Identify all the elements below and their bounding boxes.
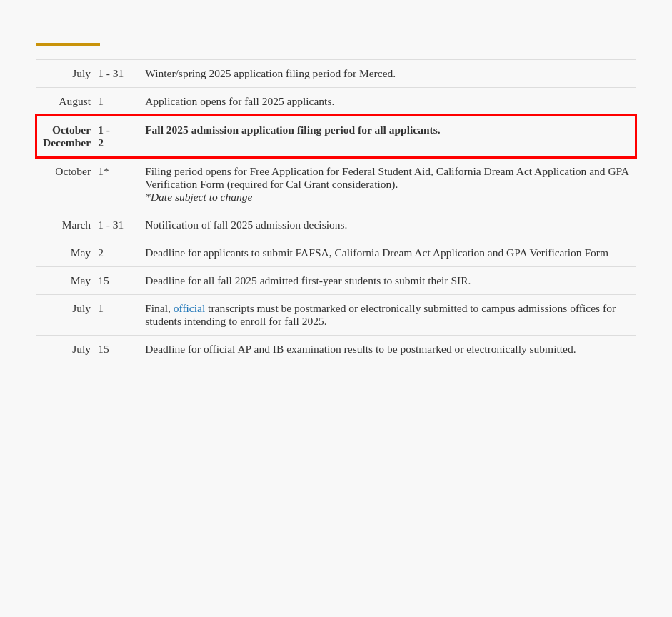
table-row-row-august-1: August1Application opens for fall 2025 a… <box>36 88 636 116</box>
month-cell: May <box>36 267 95 295</box>
month-label: March <box>62 219 91 231</box>
table-row-row-may-15: May15Deadline for all fall 2025 admitted… <box>36 267 636 295</box>
desc-cell: Application opens for fall 2025 applican… <box>131 88 636 116</box>
month-cell: August <box>36 88 95 116</box>
date-cell: 1* <box>95 157 131 211</box>
date-value: 1 <box>98 302 104 314</box>
gold-bar-divider <box>36 43 100 46</box>
month-label: July <box>72 302 91 314</box>
date-cell: 1 - 31 <box>95 211 131 239</box>
month-label: May <box>71 274 91 286</box>
dates-table-wrapper: July1 - 31Winter/spring 2025 application… <box>36 59 636 363</box>
month-cell: October <box>36 157 95 211</box>
date-value-1: 1 - <box>98 124 110 136</box>
table-row-row-march-1-31: March1 - 31Notification of fall 2025 adm… <box>36 211 636 239</box>
table-row-row-july-15: July15Deadline for official AP and IB ex… <box>36 336 636 363</box>
month-cell: July <box>36 336 95 363</box>
desc-cell-oct-dec: Fall 2025 admission application filing p… <box>131 116 636 157</box>
date-cell: 1 <box>95 88 131 116</box>
desc-text: Deadline for all fall 2025 admitted firs… <box>145 274 471 286</box>
month-label: July <box>72 343 91 355</box>
month-cell: July <box>36 60 95 88</box>
date-cell: 1 - 31 <box>95 60 131 88</box>
date-cell: 1 <box>95 295 131 336</box>
date-value-2: 2 <box>98 136 104 149</box>
month-label: May <box>71 246 91 259</box>
month-label: October <box>52 124 91 136</box>
date-value: 1 - 31 <box>98 219 124 231</box>
desc-cell: Final, official transcripts must be post… <box>131 295 636 336</box>
desc-text: Deadline for official AP and IB examinat… <box>145 343 576 355</box>
date-cell-oct-dec: 1 -2 <box>95 116 131 157</box>
italic-note: *Date subject to change <box>145 191 252 203</box>
month-label-2: December <box>43 136 91 149</box>
desc-cell: Filing period opens for Free Application… <box>131 157 636 211</box>
desc-text: Application opens for fall 2025 applican… <box>145 95 334 107</box>
desc-cell: Deadline for official AP and IB examinat… <box>131 336 636 363</box>
desc-text: Notification of fall 2025 admission deci… <box>145 219 347 231</box>
month-label: August <box>59 95 91 107</box>
date-cell: 2 <box>95 239 131 267</box>
desc-text: Final, official transcripts must be post… <box>145 302 616 327</box>
table-row-row-october-1star: October1*Filing period opens for Free Ap… <box>36 157 636 211</box>
date-cell: 15 <box>95 267 131 295</box>
desc-cell: Deadline for applicants to submit FAFSA,… <box>131 239 636 267</box>
month-cell: May <box>36 239 95 267</box>
desc-text: Fall 2025 admission application filing p… <box>145 124 441 136</box>
month-cell: July <box>36 295 95 336</box>
table-row-row-july-1: July1Final, official transcripts must be… <box>36 295 636 336</box>
date-value: 1* <box>98 165 109 177</box>
month-cell-oct-dec: OctoberDecember <box>36 116 95 157</box>
date-value: 2 <box>98 246 104 259</box>
date-value: 15 <box>98 343 109 355</box>
month-cell: March <box>36 211 95 239</box>
dates-deadlines-table: July1 - 31Winter/spring 2025 application… <box>36 59 636 363</box>
date-value: 15 <box>98 274 109 286</box>
desc-text: Filing period opens for Free Application… <box>145 165 628 190</box>
desc-cell: Notification of fall 2025 admission deci… <box>131 211 636 239</box>
desc-text: Deadline for applicants to submit FAFSA,… <box>145 246 608 259</box>
date-value: 1 <box>98 95 104 107</box>
table-row-oct-dec: OctoberDecember1 -2Fall 2025 admission a… <box>36 116 636 157</box>
desc-cell: Deadline for all fall 2025 admitted firs… <box>131 267 636 295</box>
table-row-row-july-1-31: July1 - 31Winter/spring 2025 application… <box>36 60 636 88</box>
desc-cell: Winter/spring 2025 application filing pe… <box>131 60 636 88</box>
date-value: 1 - 31 <box>98 67 124 79</box>
date-cell: 15 <box>95 336 131 363</box>
desc-text: Winter/spring 2025 application filing pe… <box>145 67 396 79</box>
table-row-row-may-2: May2Deadline for applicants to submit FA… <box>36 239 636 267</box>
month-label: July <box>72 67 91 79</box>
month-label: October <box>55 165 91 177</box>
link-text: official <box>174 302 205 314</box>
